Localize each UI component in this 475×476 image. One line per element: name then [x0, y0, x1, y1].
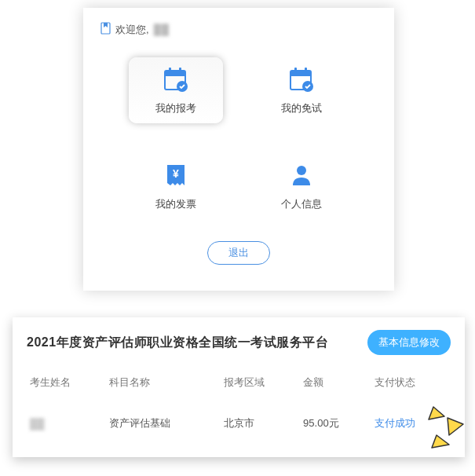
- menu-grid: 我的报考 我的免试 ¥ 我的发: [100, 57, 377, 219]
- col-amount: 金额: [300, 369, 371, 402]
- user-icon: [287, 161, 316, 189]
- welcome-prefix: 欢迎您,: [115, 23, 149, 37]
- tile-my-exam[interactable]: 我的报考: [129, 57, 223, 123]
- col-status: 支付状态: [371, 369, 451, 402]
- table-header-row: 考生姓名 科目名称 报考区域 金额 支付状态: [27, 369, 451, 402]
- platform-header: 2021年度资产评估师职业资格全国统一考试服务平台 基本信息修改: [27, 330, 451, 355]
- cell-name: ██: [27, 402, 106, 437]
- edit-basic-info-button[interactable]: 基本信息修改: [367, 330, 451, 355]
- welcome-row: 欢迎您, ██: [100, 22, 377, 37]
- svg-rect-4: [179, 68, 181, 73]
- tile-label: 我的发票: [155, 197, 196, 211]
- col-name: 考生姓名: [27, 369, 106, 402]
- tile-my-exemption[interactable]: 我的免试: [254, 57, 349, 123]
- svg-rect-8: [294, 68, 297, 73]
- tile-profile[interactable]: 个人信息: [254, 153, 349, 219]
- svg-rect-7: [290, 71, 311, 76]
- welcome-username: ██: [154, 24, 170, 35]
- platform-panel: 2021年度资产评估师职业资格全国统一考试服务平台 基本信息修改 考生姓名 科目…: [13, 317, 465, 457]
- receipt-icon: ¥: [162, 161, 190, 189]
- svg-rect-3: [169, 68, 171, 73]
- tile-my-invoice[interactable]: ¥ 我的发票: [129, 153, 223, 219]
- svg-text:¥: ¥: [173, 167, 179, 180]
- col-subject: 科目名称: [106, 369, 220, 402]
- svg-point-12: [297, 166, 306, 175]
- calendar-check-icon: [287, 65, 316, 93]
- table-row: ██ 资产评估基础 北京市 95.00元 支付成功: [27, 402, 451, 437]
- platform-title: 2021年度资产评估师职业资格全国统一考试服务平台: [27, 335, 328, 351]
- cell-amount: 95.00元: [300, 402, 371, 437]
- cell-status: 支付成功: [371, 402, 451, 437]
- col-region: 报考区域: [221, 369, 300, 402]
- svg-rect-9: [305, 68, 307, 73]
- tile-label: 我的报考: [155, 101, 196, 115]
- tile-label: 我的免试: [281, 101, 322, 115]
- tile-label: 个人信息: [281, 197, 322, 211]
- calendar-check-icon: [162, 65, 190, 93]
- svg-rect-2: [165, 71, 185, 76]
- bookmark-icon: [100, 22, 111, 37]
- exam-table: 考生姓名 科目名称 报考区域 金额 支付状态 ██ 资产评估基础 北京市 95.…: [27, 369, 451, 437]
- cell-region: 北京市: [221, 402, 300, 437]
- user-panel: 欢迎您, ██ 我的报考: [83, 8, 394, 291]
- cell-subject: 资产评估基础: [106, 402, 220, 437]
- logout-button[interactable]: 退出: [207, 241, 270, 265]
